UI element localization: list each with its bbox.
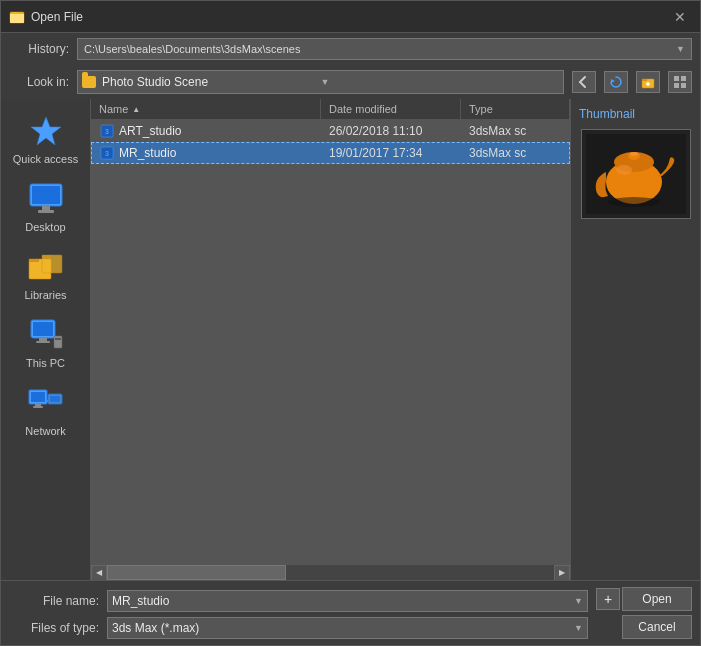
folder-icon (82, 76, 96, 88)
this-pc-icon (28, 317, 64, 353)
quick-access-label: Quick access (13, 153, 78, 165)
svg-rect-15 (42, 206, 50, 210)
content-area: Quick access Desktop (1, 99, 700, 580)
desktop-label: Desktop (25, 221, 65, 233)
svg-rect-28 (31, 392, 45, 402)
svg-rect-26 (55, 338, 61, 340)
file-name-mr-studio: 3 MR_studio (91, 143, 321, 163)
filetype-dropdown-arrow[interactable]: ▼ (574, 623, 583, 633)
close-button[interactable]: ✕ (668, 5, 692, 29)
svg-rect-1 (10, 14, 24, 23)
svg-rect-16 (38, 210, 54, 213)
file-list: 3 ART_studio 26/02/2018 11:10 3dsMax sc (91, 120, 570, 564)
cancel-button[interactable]: Cancel (622, 615, 692, 639)
svg-rect-20 (42, 255, 51, 258)
lookin-dropdown[interactable]: Photo Studio Scene ▼ (77, 70, 564, 94)
svg-rect-22 (33, 322, 53, 336)
svg-rect-10 (674, 83, 679, 88)
filetype-input[interactable]: 3ds Max (*.max) ▼ (107, 617, 588, 639)
file-list-header: Name ▲ Date modified Type (91, 99, 570, 120)
svg-text:3: 3 (105, 150, 109, 157)
scroll-thumb[interactable] (107, 565, 286, 580)
filename-label: File name: (9, 594, 99, 608)
add-button[interactable]: + (596, 588, 620, 610)
filename-dropdown-arrow[interactable]: ▼ (574, 596, 583, 606)
thumbnail-panel: Thumbnail (570, 99, 700, 580)
file-name-art-studio: 3 ART_studio (91, 121, 321, 141)
svg-rect-23 (39, 338, 47, 341)
svg-rect-11 (681, 83, 686, 88)
new-folder-button[interactable] (636, 71, 660, 93)
svg-rect-14 (32, 186, 60, 204)
lookin-value: Photo Studio Scene (102, 75, 321, 89)
svg-text:3: 3 (105, 128, 109, 135)
desktop-icon (28, 181, 64, 217)
svg-rect-30 (33, 406, 43, 408)
sidebar: Quick access Desktop (1, 99, 91, 580)
libraries-label: Libraries (24, 289, 66, 301)
lookin-arrow: ▼ (321, 77, 560, 87)
dialog-title: Open File (31, 10, 668, 24)
sidebar-item-network[interactable]: Network (6, 379, 86, 443)
thumbnail-label: Thumbnail (579, 107, 635, 121)
back-button[interactable] (572, 71, 596, 93)
this-pc-label: This PC (26, 357, 65, 369)
filetype-value: 3ds Max (*.max) (112, 621, 570, 635)
history-input[interactable]: C:\Users\beales\Documents\3dsMax\scenes … (77, 38, 692, 60)
network-icon (28, 385, 64, 421)
svg-rect-25 (54, 336, 62, 348)
title-bar: Open File ✕ (1, 1, 700, 33)
svg-rect-24 (36, 341, 50, 343)
filename-row: File name: MR_studio ▼ (9, 590, 588, 612)
file-date-mr-studio: 19/01/2017 17:34 (321, 144, 461, 162)
svg-rect-18 (29, 259, 39, 262)
svg-marker-12 (31, 117, 61, 145)
svg-point-44 (608, 197, 660, 207)
history-row: History: C:\Users\beales\Documents\3dsMa… (1, 33, 700, 65)
lookin-row: Look in: Photo Studio Scene ▼ (1, 65, 700, 99)
history-arrow: ▼ (676, 44, 685, 54)
open-file-dialog: Open File ✕ History: C:\Users\beales\Doc… (0, 0, 701, 646)
svg-point-42 (630, 152, 638, 156)
file-icon-3ds-1: 3 (99, 123, 115, 139)
quick-access-icon (28, 113, 64, 149)
file-date-art-studio: 26/02/2018 11:10 (321, 122, 461, 140)
open-button[interactable]: Open (622, 587, 692, 611)
filetype-row: Files of type: 3ds Max (*.max) ▼ (9, 617, 588, 639)
thumbnail-image (581, 129, 691, 219)
file-row-mr-studio[interactable]: 3 MR_studio 19/01/2017 17:34 3dsMax sc (91, 142, 570, 164)
sidebar-item-quick-access[interactable]: Quick access (6, 107, 86, 171)
col-name-header[interactable]: Name ▲ (91, 99, 321, 119)
sidebar-item-libraries[interactable]: Libraries (6, 243, 86, 307)
network-label: Network (25, 425, 65, 437)
svg-rect-5 (642, 79, 647, 81)
lookin-label: Look in: (9, 75, 69, 89)
sidebar-item-this-pc[interactable]: This PC (6, 311, 86, 375)
refresh-button[interactable] (604, 71, 628, 93)
col-date-header[interactable]: Date modified (321, 99, 461, 119)
svg-rect-29 (35, 404, 41, 406)
filename-input[interactable]: MR_studio ▼ (107, 590, 588, 612)
libraries-icon (28, 249, 64, 285)
history-value: C:\Users\beales\Documents\3dsMax\scenes (84, 43, 672, 55)
file-icon-3ds-2: 3 (99, 145, 115, 161)
filename-value: MR_studio (112, 594, 570, 608)
horizontal-scrollbar[interactable]: ◀ ▶ (91, 564, 570, 580)
svg-rect-9 (681, 76, 686, 81)
svg-marker-3 (611, 79, 615, 83)
scroll-track[interactable] (107, 565, 554, 580)
view-button[interactable] (668, 71, 692, 93)
history-label: History: (9, 42, 69, 56)
scroll-right-btn[interactable]: ▶ (554, 565, 570, 581)
filetype-label: Files of type: (9, 621, 99, 635)
scroll-left-btn[interactable]: ◀ (91, 565, 107, 581)
file-row-art-studio[interactable]: 3 ART_studio 26/02/2018 11:10 3dsMax sc (91, 120, 570, 142)
sidebar-item-desktop[interactable]: Desktop (6, 175, 86, 239)
svg-point-43 (616, 165, 632, 175)
file-type-mr-studio: 3dsMax sc (461, 144, 570, 162)
col-type-header[interactable]: Type (461, 99, 570, 119)
bottom-area: File name: MR_studio ▼ Files of type: 3d… (1, 580, 700, 645)
svg-rect-2 (12, 12, 17, 14)
file-type-art-studio: 3dsMax sc (461, 122, 570, 140)
dialog-icon (9, 9, 25, 25)
